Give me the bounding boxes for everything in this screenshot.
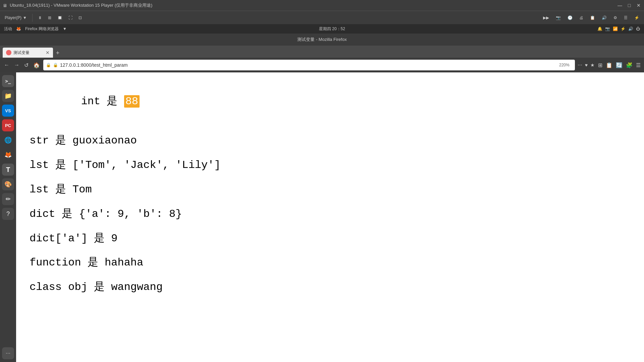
firefox-window-title: 测试变量 - Mozilla Firefox: [297, 37, 346, 43]
gimp-icon: 🎨: [4, 181, 12, 188]
sidebar-item-chromium[interactable]: 🌐: [2, 134, 14, 146]
firefox-icon: 🦊: [4, 151, 12, 159]
usb-button[interactable]: 🔲: [55, 15, 64, 21]
menu-button[interactable]: ☰: [622, 15, 630, 21]
send-ctrl-alt-del-button[interactable]: ⊞: [46, 15, 53, 21]
activities-label[interactable]: 活动: [4, 26, 12, 32]
firefox-addressbar: ← → ↺ 🏠 🔒 🔒 127.0.0.1:8000/test_html_par…: [0, 58, 644, 72]
sidebar-item-terminal[interactable]: >_: [2, 75, 14, 87]
browser-taskbar-icon: 🦊: [16, 26, 21, 31]
time-button[interactable]: 🕐: [566, 15, 575, 21]
browser-main: >_ 📁 VS PC 🌐 🦊 T 🎨 ✏: [0, 72, 644, 362]
browser-content[interactable]: int 是 88 str 是 guoxiaonao lst 是 ['Tom', …: [16, 72, 644, 362]
address-actions: ⋯ ♥ ★: [577, 62, 595, 68]
reader-view-button[interactable]: ⊞: [597, 61, 603, 69]
minimize-button[interactable]: —: [617, 3, 623, 8]
vmware-icon: 🖥: [3, 3, 7, 8]
sidebar-bottom: ⋯: [2, 347, 14, 359]
sidebar-item-text-editor[interactable]: T: [2, 164, 14, 176]
taskbar-right: 🔔 📷 📶 ⚡ 🔊 ⏻: [597, 26, 640, 31]
vmware-toolbar: Player(P) ▼ ⏸ ⊞ 🔲 ⛶ ⊡ ▶▶ 📷 🕐 🖨 📋 🔊 ⚙ ☰ ⚡: [0, 11, 644, 24]
settings-button[interactable]: ⚙: [611, 15, 619, 21]
home-button[interactable]: 🏠: [32, 61, 41, 70]
audio-button[interactable]: 🔊: [600, 15, 609, 21]
tab-favicon: [6, 50, 11, 55]
sidebar-item-draw[interactable]: ✏: [2, 193, 14, 205]
vscode-icon: VS: [5, 108, 11, 113]
camera-icon: 📷: [605, 26, 610, 31]
content-line-str: str 是 guoxiaonao: [30, 133, 631, 148]
clipboard-button[interactable]: 📋: [588, 15, 597, 21]
content-line-dict-a: dict['a'] 是 9: [30, 231, 631, 246]
close-button[interactable]: ✕: [636, 3, 641, 8]
sidebar-item-pc[interactable]: PC: [2, 119, 14, 131]
files-icon: 📁: [4, 92, 12, 100]
content-line-lst-full: lst 是 ['Tom', 'Jack', 'Lily']: [30, 158, 631, 173]
more-options-button[interactable]: ⋯: [577, 62, 583, 68]
back-button[interactable]: ←: [3, 61, 11, 69]
tab-test-variables[interactable]: 测试变量 ✕: [3, 48, 53, 58]
security-icon: 🔒: [46, 63, 51, 67]
pocket-button[interactable]: ♥: [584, 62, 588, 68]
volume-icon[interactable]: 🔊: [628, 26, 633, 31]
notification-icon[interactable]: 🔔: [597, 26, 602, 31]
maximize-button[interactable]: □: [627, 3, 632, 8]
new-tab-button[interactable]: +: [53, 48, 62, 58]
toolbar-separator-1: [32, 14, 33, 22]
taskbar-left: 活动 🦊 Firefox 网络浏览器 ▼: [4, 26, 67, 32]
power-button[interactable]: ⚡: [632, 15, 641, 21]
terminal-icon: >_: [5, 78, 11, 84]
sidebar-item-firefox[interactable]: 🦊: [2, 149, 14, 161]
bookmark-button[interactable]: ★: [590, 62, 595, 68]
content-line-class: class obj 是 wangwang: [30, 280, 631, 295]
player-arrow-icon: ▼: [23, 15, 27, 20]
vmware-titlebar-left: 🖥 Ubuntu_18.04(1911) - VMware Workstatio…: [3, 2, 152, 8]
snapshot-button[interactable]: 📷: [554, 15, 563, 21]
print-button[interactable]: 🖨: [577, 15, 585, 21]
taskbar-datetime: 星期四 20：52: [319, 26, 345, 32]
browser-taskbar-label[interactable]: Firefox 网络浏览器: [25, 26, 59, 32]
help-icon: ?: [6, 210, 10, 218]
sidebar-item-files[interactable]: 📁: [2, 90, 14, 102]
int-value-highlight: 88: [124, 95, 140, 108]
draw-icon: ✏: [6, 195, 11, 203]
forward-button[interactable]: →: [13, 61, 21, 69]
sidebar-item-help[interactable]: ?: [2, 208, 14, 220]
player-label: Player(P): [5, 15, 21, 20]
vmware-title: Ubuntu_18.04(1911) - VMware Workstation …: [10, 2, 152, 8]
sidebar-item-gimp[interactable]: 🎨: [2, 178, 14, 190]
content-line-dict-full: dict 是 {'a': 9, 'b': 8}: [30, 207, 631, 222]
power-settings-icon[interactable]: ⏻: [636, 26, 640, 31]
ubuntu-sidebar: >_ 📁 VS PC 🌐 🦊 T 🎨 ✏: [0, 72, 16, 362]
player-menu[interactable]: Player(P) ▼: [3, 15, 29, 21]
sync-button[interactable]: 🔄: [615, 61, 623, 69]
extensions-button[interactable]: 🧩: [625, 61, 633, 69]
url-display[interactable]: 127.0.0.1:8000/test_html_param: [60, 62, 557, 68]
firefox-titlebar: 测试变量 - Mozilla Firefox: [0, 34, 644, 46]
content-line-lst-tom: lst 是 Tom: [30, 182, 631, 197]
sidebar-toggle-button[interactable]: 📋: [605, 61, 613, 69]
firefox-menu-button[interactable]: ☰: [635, 61, 641, 69]
refresh-button[interactable]: ↺: [23, 61, 30, 70]
battery-icon: ⚡: [621, 26, 626, 31]
pc-icon: PC: [5, 123, 11, 128]
address-bar[interactable]: 🔒 🔒 127.0.0.1:8000/test_html_param 220%: [43, 60, 575, 70]
firefox-tabs: 测试变量 ✕ +: [0, 46, 644, 58]
show-all-apps-button[interactable]: ⋯: [2, 347, 14, 359]
network-icon[interactable]: 📶: [613, 26, 618, 31]
address-lock2: 🔒: [53, 63, 58, 67]
unity-button[interactable]: ⊡: [76, 15, 84, 21]
firefox-window: 测试变量 - Mozilla Firefox 测试变量 ✕ + ← → ↺ 🏠 …: [0, 34, 644, 362]
browser-taskbar-arrow-icon[interactable]: ▼: [63, 26, 67, 31]
vmware-titlebar: 🖥 Ubuntu_18.04(1911) - VMware Workstatio…: [0, 0, 644, 11]
ubuntu-taskbar: 活动 🦊 Firefox 网络浏览器 ▼ 星期四 20：52 🔔 📷 📶 ⚡ 🔊…: [0, 24, 644, 34]
tab-close-button[interactable]: ✕: [46, 50, 50, 55]
fullscreen-button[interactable]: ⛶: [66, 15, 74, 21]
int-prefix: int 是: [81, 95, 124, 108]
pause-button[interactable]: ⏸: [36, 15, 44, 21]
sidebar-item-vscode[interactable]: VS: [2, 105, 14, 117]
zoom-level: 220%: [559, 63, 572, 67]
toolbar-right-group: ▶▶ 📷 🕐 🖨 📋 🔊 ⚙ ☰ ⚡: [541, 15, 641, 21]
tab-label: 测试变量: [13, 50, 30, 56]
skip-button[interactable]: ▶▶: [541, 15, 551, 21]
